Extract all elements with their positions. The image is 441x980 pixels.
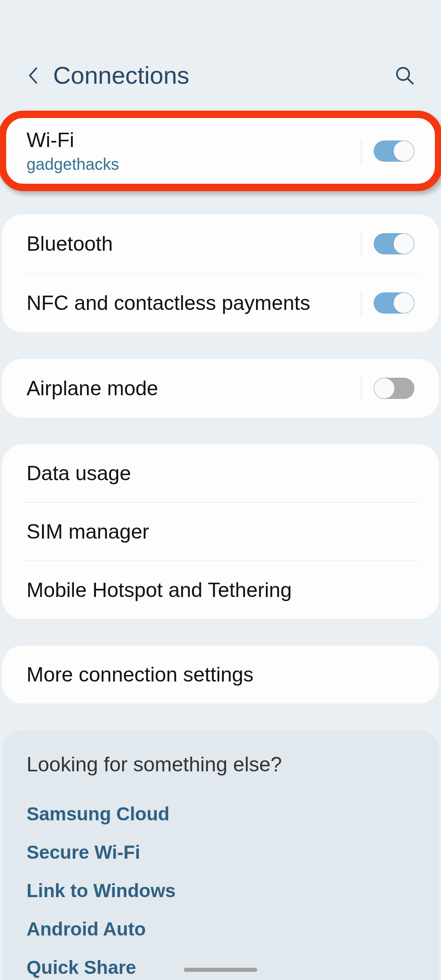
wifi-toggle[interactable]: [374, 140, 414, 162]
data-usage-row[interactable]: Data usage: [2, 444, 439, 502]
wifi-row[interactable]: Wi-Fi gadgethacks: [2, 114, 439, 188]
toggle-divider: [361, 139, 361, 163]
toggle-wrapper: [361, 139, 414, 163]
connectivity-card: Bluetooth NFC and contactless payments: [2, 214, 439, 332]
row-title: Wi-Fi: [27, 128, 361, 152]
more-card: More connection settings: [2, 646, 439, 704]
suggestions-title: Looking for something else?: [27, 753, 414, 776]
suggestions-card: Looking for something else? Samsung Clou…: [2, 730, 439, 980]
nfc-row[interactable]: NFC and contactless payments: [2, 274, 439, 332]
svg-point-0: [397, 68, 409, 80]
row-title: More connection settings: [27, 663, 414, 686]
toggle-wrapper: [361, 291, 414, 315]
row-content: NFC and contactless payments: [27, 291, 361, 315]
row-title: SIM manager: [27, 520, 414, 543]
back-button[interactable]: [24, 67, 41, 84]
home-indicator[interactable]: [184, 968, 257, 972]
sim-manager-row[interactable]: SIM manager: [2, 503, 439, 561]
row-title: Mobile Hotspot and Tethering: [27, 578, 414, 602]
row-title: Data usage: [27, 461, 414, 485]
suggestion-samsung-cloud[interactable]: Samsung Cloud: [27, 795, 414, 833]
row-title: Bluetooth: [27, 232, 361, 256]
row-title: Airplane mode: [27, 376, 361, 400]
toggle-divider: [361, 232, 361, 256]
wifi-card: Wi-Fi gadgethacks: [2, 114, 439, 188]
toggle-knob: [374, 378, 394, 399]
toggle-knob: [394, 293, 414, 313]
more-settings-row[interactable]: More connection settings: [2, 646, 439, 704]
suggestion-android-auto[interactable]: Android Auto: [27, 910, 414, 948]
header: Connections: [0, 0, 441, 110]
airplane-row[interactable]: Airplane mode: [2, 359, 439, 418]
search-button[interactable]: [395, 66, 414, 85]
toggle-knob: [394, 234, 414, 254]
row-content: SIM manager: [27, 520, 414, 543]
hotspot-row[interactable]: Mobile Hotspot and Tethering: [2, 561, 439, 619]
search-icon: [395, 66, 414, 85]
page-title: Connections: [53, 61, 189, 89]
row-subtitle: gadgethacks: [27, 155, 361, 174]
nfc-toggle[interactable]: [374, 292, 414, 314]
suggestion-link-windows[interactable]: Link to Windows: [27, 871, 414, 910]
row-title: NFC and contactless payments: [27, 291, 361, 315]
airplane-card: Airplane mode: [2, 359, 439, 418]
suggestion-secure-wifi[interactable]: Secure Wi-Fi: [27, 833, 414, 871]
data-card: Data usage SIM manager Mobile Hotspot an…: [2, 444, 439, 619]
suggestion-quick-share[interactable]: Quick Share: [27, 948, 414, 980]
row-content: Airplane mode: [27, 376, 361, 400]
toggle-divider: [361, 291, 361, 315]
svg-line-1: [408, 79, 413, 84]
toggle-knob: [394, 141, 414, 161]
row-content: Bluetooth: [27, 232, 361, 256]
bluetooth-toggle[interactable]: [374, 233, 414, 254]
row-content: More connection settings: [27, 663, 414, 686]
row-content: Data usage: [27, 461, 414, 485]
toggle-wrapper: [361, 376, 414, 401]
toggle-divider: [361, 376, 361, 401]
row-content: Wi-Fi gadgethacks: [27, 128, 361, 174]
toggle-wrapper: [361, 232, 414, 256]
airplane-toggle[interactable]: [374, 378, 414, 399]
bluetooth-row[interactable]: Bluetooth: [2, 214, 439, 273]
chevron-left-icon: [27, 67, 38, 85]
row-content: Mobile Hotspot and Tethering: [27, 578, 414, 602]
